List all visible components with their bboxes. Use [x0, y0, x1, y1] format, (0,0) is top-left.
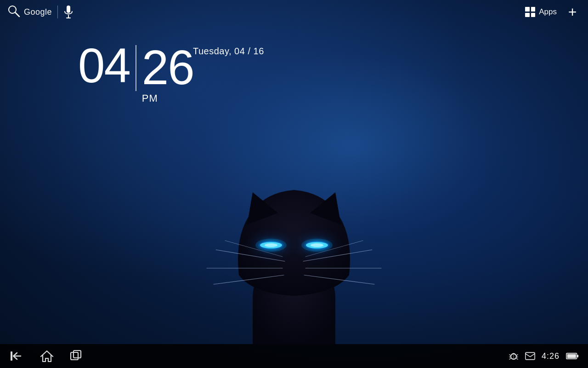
svg-rect-25	[74, 351, 81, 358]
svg-point-18	[265, 243, 277, 247]
google-logo: Google	[24, 7, 52, 17]
nav-right: 4:26	[509, 351, 579, 361]
topbar: Google Apps +	[0, 0, 588, 24]
svg-line-27	[509, 355, 511, 356]
search-bar[interactable]: Google	[7, 5, 52, 19]
svg-rect-2	[67, 6, 70, 13]
gmail-icon	[525, 352, 535, 360]
svg-rect-37	[577, 355, 579, 357]
svg-line-32	[516, 358, 518, 359]
svg-rect-23	[11, 351, 12, 361]
search-icon[interactable]	[7, 5, 20, 19]
recents-button[interactable]	[68, 348, 85, 364]
add-widget-button[interactable]: +	[564, 4, 581, 20]
svg-rect-24	[71, 352, 78, 360]
clock-separator	[136, 45, 136, 91]
debug-icon	[509, 351, 519, 361]
status-time: 4:26	[542, 351, 560, 361]
topbar-right: Apps +	[525, 4, 581, 20]
back-button[interactable]	[9, 348, 26, 364]
clock-hours: 04	[78, 41, 130, 90]
svg-point-22	[311, 243, 323, 247]
clock-minutes: 26	[142, 43, 194, 92]
clock-widget: 04 26 PM	[78, 41, 194, 104]
svg-line-1	[15, 12, 19, 17]
navbar: 4:26	[0, 344, 588, 368]
apps-grid-icon	[525, 7, 535, 17]
mic-icon[interactable]	[63, 5, 74, 19]
svg-rect-34	[526, 352, 535, 359]
topbar-divider	[57, 6, 58, 18]
svg-line-30	[516, 355, 518, 356]
apps-button[interactable]: Apps	[525, 7, 557, 17]
home-button[interactable]	[39, 348, 55, 364]
svg-line-29	[509, 358, 511, 359]
clock-date: Tuesday, 04 / 16	[193, 46, 264, 57]
clock-ampm: PM	[142, 92, 194, 104]
plus-icon: +	[568, 5, 577, 19]
cat-illustration	[179, 77, 409, 344]
battery-icon	[566, 352, 579, 360]
svg-rect-36	[567, 354, 576, 358]
apps-label: Apps	[539, 7, 557, 17]
nav-left	[9, 348, 85, 364]
clock-right: 26 PM	[142, 41, 194, 104]
